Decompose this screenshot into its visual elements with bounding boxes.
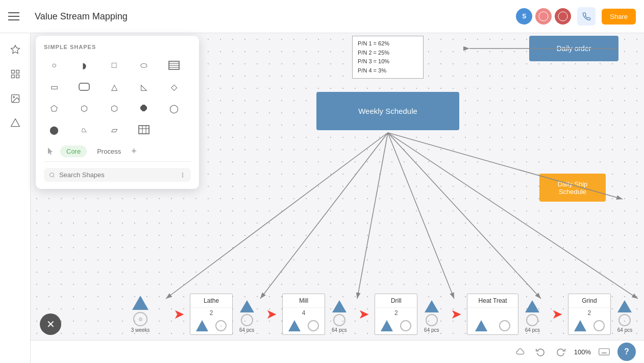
svg-line-14 (260, 133, 388, 299)
weekly-schedule-label: Weekly Schedule (358, 107, 417, 115)
inv-64-4: 64 pcs (518, 294, 547, 335)
process-heat-treat: Heat Treat (467, 294, 518, 335)
header: Value Stream Mapping S Share (0, 0, 644, 33)
shape-rounded-rect[interactable] (74, 78, 94, 96)
shape-triangle[interactable]: △ (104, 78, 125, 96)
phone-icon[interactable] (577, 7, 596, 26)
svg-rect-5 (11, 75, 14, 78)
svg-marker-9 (11, 119, 19, 127)
shape-ellipse[interactable]: ⬭ (134, 56, 154, 75)
inv-64-1: 64 pcs (233, 294, 261, 335)
search-input[interactable] (59, 171, 176, 179)
search-row (44, 168, 191, 182)
daily-order-box: Daily order (529, 36, 618, 61)
process-lathe: Lathe 2 ○ (190, 294, 233, 335)
shape-empty (164, 120, 184, 139)
svg-rect-6 (16, 75, 19, 78)
inv-3weeks: ⚙ 3 weeks (112, 294, 168, 335)
shape-diamond[interactable]: ◇ (164, 78, 184, 96)
shape-trapezoid[interactable]: ⏢ (74, 120, 94, 139)
arrow-1: ➤ (168, 294, 190, 335)
tab-add[interactable]: + (131, 146, 137, 157)
redo-icon[interactable] (554, 345, 568, 359)
shape-hexagon[interactable]: ⬡ (74, 99, 94, 117)
tab-process[interactable]: Process (91, 146, 127, 157)
svg-marker-2 (11, 45, 19, 54)
avatar-1: S (516, 8, 532, 25)
tool-star[interactable] (5, 39, 26, 60)
svg-line-16 (388, 133, 454, 299)
shape-grid[interactable] (164, 56, 184, 75)
arrow-2: ➤ (261, 294, 282, 335)
svg-rect-28 (139, 126, 149, 134)
arrow-5: ➤ (547, 294, 568, 335)
cloud-icon[interactable] (513, 345, 527, 359)
shape-circle[interactable]: ○ (44, 56, 64, 75)
shape-panel-title: SIMPLE SHAPES (44, 44, 191, 50)
process-row: ⚙ 3 weeks ➤ Lathe 2 ○ 64 pcs ➤ M (112, 294, 639, 335)
shape-pentagon[interactable]: ⬠ (44, 99, 64, 117)
shape-circle2[interactable]: ⬤ (44, 120, 64, 139)
shape-octagon[interactable]: ⯃ (134, 99, 154, 117)
tool-shape[interactable] (5, 113, 26, 133)
svg-line-18 (388, 133, 638, 299)
arrow-4: ➤ (445, 294, 467, 335)
svg-point-36 (182, 176, 183, 177)
zoom-level: 100% (574, 348, 591, 356)
search-icon (49, 172, 55, 179)
process-grind: Grind 2 (568, 294, 611, 335)
svg-line-15 (357, 133, 388, 299)
more-icon[interactable] (180, 172, 186, 179)
svg-rect-4 (16, 70, 19, 74)
svg-rect-27 (79, 83, 89, 90)
shape-rect[interactable]: ▭ (44, 78, 64, 96)
svg-point-35 (182, 175, 183, 175)
shape-table[interactable] (134, 120, 154, 139)
weekly-schedule-box: Weekly Schedule (316, 92, 459, 130)
share-button[interactable]: Share (602, 9, 636, 25)
customer-data: P/N 1 = 62% P/N 2 = 25% P/N 3 = 10% P/N … (358, 39, 418, 75)
tool-grid[interactable] (5, 64, 26, 84)
arrow-3: ➤ (353, 294, 375, 335)
shape-grid: ○ ◗ □ ⬭ ▭ △ ◺ ◇ ⬠ ⬡ ⬡ ⯃ ◯ ⬤ ⏢ ▱ (44, 56, 191, 139)
shape-tabs: Core Process + (44, 145, 191, 162)
svg-point-1 (558, 12, 567, 21)
inv-64-2: 64 pcs (325, 294, 353, 335)
inv-64-5: 64 pcs (611, 294, 639, 335)
shape-parallelogram[interactable]: ▱ (104, 120, 125, 139)
customer-box: P/N 1 = 62% P/N 2 = 25% P/N 3 = 10% P/N … (352, 36, 424, 79)
status-bar: 100% ? (31, 340, 644, 363)
undo-icon[interactable] (533, 345, 548, 359)
svg-point-32 (49, 173, 54, 177)
daily-order-label: Daily order (557, 44, 591, 53)
shape-half-circle[interactable]: ◗ (74, 56, 94, 75)
page-title: Value Stream Mapping (35, 11, 516, 22)
process-drill: Drill 2 (375, 294, 417, 335)
svg-line-33 (53, 176, 54, 177)
keyboard-icon[interactable] (597, 345, 611, 359)
daily-ship-label: Daily ShipSchedule (558, 180, 588, 196)
tab-core[interactable]: Core (60, 146, 87, 157)
avatar-2 (535, 8, 552, 25)
svg-line-13 (166, 133, 388, 299)
left-toolbar (0, 33, 31, 363)
svg-rect-3 (11, 70, 14, 74)
tool-image[interactable] (5, 88, 26, 109)
shape-right-triangle[interactable]: ◺ (134, 78, 154, 96)
shape-heptagon[interactable]: ⬡ (104, 99, 125, 117)
inv-64-3: 64 pcs (417, 294, 445, 335)
svg-rect-37 (599, 349, 609, 355)
help-button[interactable]: ? (617, 343, 636, 361)
shape-square[interactable]: □ (104, 56, 125, 75)
avatar-group: S (516, 8, 571, 25)
daily-ship-box: Daily ShipSchedule (539, 174, 606, 202)
shape-panel: SIMPLE SHAPES ○ ◗ □ ⬭ ▭ △ ◺ ◇ ⬠ ⬡ ⬡ ⯃ ◯ … (36, 36, 199, 189)
cursor-icon[interactable] (44, 145, 56, 157)
process-mill: Mill 4 (282, 294, 325, 335)
shape-decagon[interactable]: ◯ (164, 99, 184, 117)
svg-point-8 (13, 96, 14, 98)
svg-point-34 (182, 173, 183, 173)
svg-line-17 (388, 133, 541, 299)
close-fab[interactable]: ✕ (40, 313, 61, 335)
menu-button[interactable] (8, 7, 27, 26)
